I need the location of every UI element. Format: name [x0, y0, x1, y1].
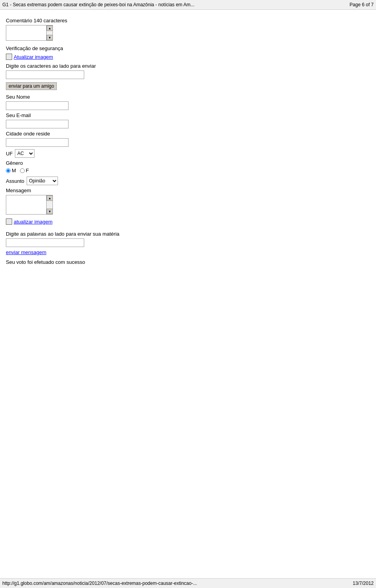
- atualizar-imagem-text: Atualizar imagem: [14, 54, 53, 60]
- bottom-captcha-section: atualizar imagem: [6, 218, 370, 228]
- mensagem-wrapper: ▲ ▼: [6, 195, 53, 215]
- genero-label: Gênero: [6, 160, 370, 166]
- digite-caracteres-label: Digite os caracteres ao lado para enviar: [6, 63, 370, 69]
- captcha-input[interactable]: [6, 70, 84, 79]
- seu-nome-label: Seu Nome: [6, 94, 370, 100]
- captcha-icon: [6, 54, 12, 60]
- mensagem-label: Mensagem: [6, 188, 370, 193]
- uf-row: UF AC AL AM AP BA CE DF ES GO MA MG MS M…: [6, 149, 370, 158]
- cidade-section: Cidade onde reside: [6, 131, 370, 147]
- seu-nome-input[interactable]: [6, 101, 69, 110]
- seu-email-label: Seu E-mail: [6, 112, 370, 118]
- cidade-input[interactable]: [6, 138, 69, 147]
- page-title: G1 - Secas extremas podem causar extinçã…: [2, 2, 346, 7]
- comentario-textarea-wrapper: ▲ ▼: [6, 25, 53, 41]
- enviar-amigo-wrapper: enviar para um amigo: [6, 82, 370, 94]
- radio-f-text: F: [26, 168, 29, 173]
- mensagem-scroll-down[interactable]: ▼: [47, 209, 53, 214]
- verificacao-label: Verificação de segurança: [6, 45, 370, 51]
- uf-label: UF: [6, 151, 13, 157]
- seu-email-input[interactable]: [6, 120, 69, 128]
- scroll-down-btn[interactable]: ▼: [47, 35, 53, 40]
- success-message: Seu voto foi efetuado com sucesso: [6, 259, 370, 265]
- radio-f-label: F: [20, 168, 29, 173]
- cidade-label: Cidade onde reside: [6, 131, 370, 137]
- mensagem-textarea[interactable]: [6, 195, 46, 214]
- radio-group: M F: [6, 168, 370, 173]
- atualizar-imagem-link[interactable]: Atualizar imagem: [6, 54, 53, 60]
- digite-palavras-label: Digite as palavras ao lado para enviar s…: [6, 231, 370, 237]
- radio-m-text: M: [12, 168, 16, 173]
- assunto-label: Assunto: [6, 178, 24, 184]
- captcha-bottom-icon: [6, 218, 12, 225]
- comentario-section: Comentário 140 caracteres ▲ ▼: [6, 18, 370, 41]
- main-content: Comentário 140 caracteres ▲ ▼ Verificaçã…: [0, 10, 376, 277]
- comentario-textarea[interactable]: [6, 25, 46, 40]
- atualizar-imagem-row: Atualizar imagem: [6, 54, 370, 63]
- page-indicator: Page 6 of 7: [350, 2, 374, 7]
- atualizar-imagem-bottom-text: atualizar imagem: [14, 219, 52, 225]
- radio-f[interactable]: [20, 168, 25, 173]
- mensagem-section: Mensagem ▲ ▼: [6, 188, 370, 215]
- assunto-row: Assunto Opinião Sugestão Correção Elogio: [6, 177, 370, 185]
- mensagem-scroll-up[interactable]: ▲: [47, 195, 53, 201]
- scroll-up-btn[interactable]: ▲: [47, 25, 53, 31]
- seu-nome-section: Seu Nome: [6, 94, 370, 110]
- seu-email-section: Seu E-mail: [6, 112, 370, 128]
- genero-section: Gênero M F: [6, 160, 370, 173]
- enviar-amigo-button[interactable]: enviar para um amigo: [6, 82, 57, 90]
- title-bar: G1 - Secas extremas podem causar extinçã…: [0, 0, 376, 10]
- mensagem-scrollbar: ▲ ▼: [46, 195, 52, 214]
- radio-m-label: M: [6, 168, 16, 173]
- comentario-scrollbar: ▲ ▼: [46, 25, 52, 40]
- palavras-input[interactable]: [6, 238, 84, 247]
- atualizar-imagem-bottom-link[interactable]: atualizar imagem: [6, 218, 52, 225]
- radio-m[interactable]: [6, 168, 11, 173]
- verificacao-section: Verificação de segurança Atualizar image…: [6, 45, 370, 79]
- digite-palavras-section: Digite as palavras ao lado para enviar s…: [6, 231, 370, 247]
- enviar-mensagem-link[interactable]: enviar mensagem: [6, 249, 370, 255]
- assunto-select[interactable]: Opinião Sugestão Correção Elogio: [27, 177, 58, 185]
- comentario-label: Comentário 140 caracteres: [6, 18, 370, 23]
- uf-select[interactable]: AC AL AM AP BA CE DF ES GO MA MG MS MT P…: [15, 149, 34, 158]
